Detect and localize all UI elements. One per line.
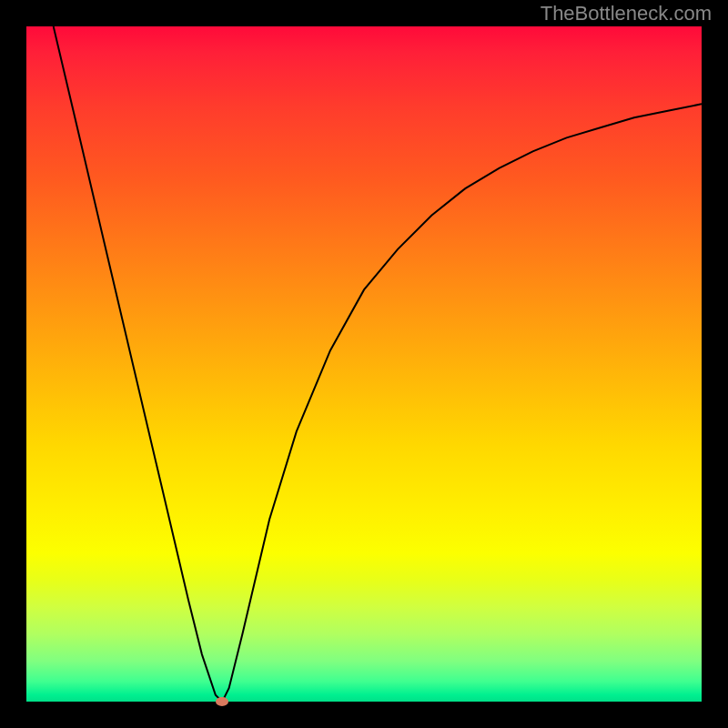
watermark-text: TheBottleneck.com xyxy=(541,2,712,25)
minimum-marker xyxy=(216,697,228,706)
plot-area xyxy=(26,26,702,702)
bottleneck-curve-path xyxy=(54,26,702,702)
curve-svg xyxy=(26,26,702,702)
